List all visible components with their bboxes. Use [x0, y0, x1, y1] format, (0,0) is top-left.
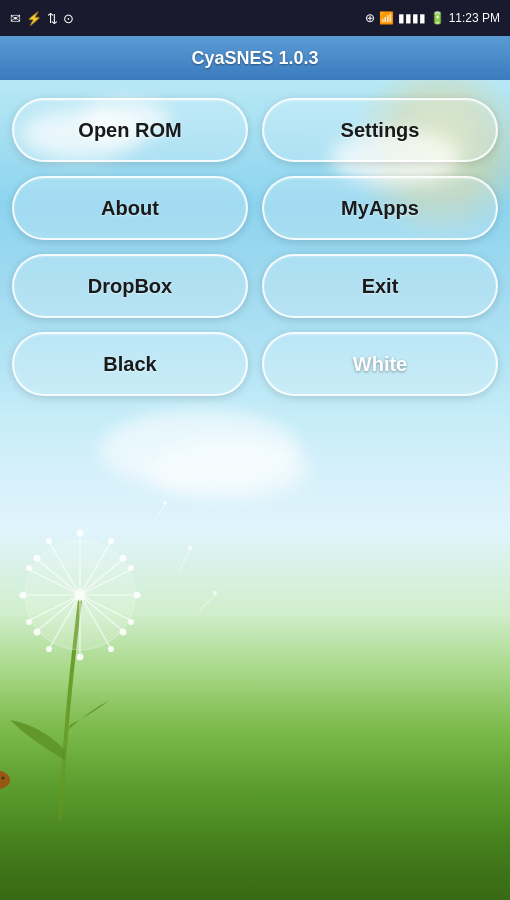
svg-point-8 — [120, 629, 126, 635]
status-icons-right: ⊕ 📶 ▮▮▮▮ 🔋 11:23 PM — [365, 11, 500, 25]
email-icon: ✉ — [10, 11, 21, 26]
svg-point-4 — [120, 555, 126, 561]
svg-point-30 — [27, 566, 32, 571]
signal-icon: ▮▮▮▮ — [398, 11, 426, 25]
svg-point-32 — [47, 539, 52, 544]
svg-point-39 — [163, 501, 167, 505]
white-button[interactable]: White — [262, 332, 498, 396]
gps-icon: ⊕ — [365, 11, 375, 25]
svg-point-18 — [109, 539, 114, 544]
title-bar: CyaSNES 1.0.3 — [0, 36, 510, 80]
svg-point-26 — [47, 647, 52, 652]
svg-point-33 — [74, 589, 86, 601]
svg-point-10 — [77, 654, 83, 660]
settings-button[interactable]: Settings — [262, 98, 498, 162]
dropbox-button[interactable]: DropBox — [12, 254, 248, 318]
svg-point-20 — [129, 566, 134, 571]
exit-button[interactable]: Exit — [262, 254, 498, 318]
svg-point-6 — [134, 592, 140, 598]
grass-overlay — [0, 680, 510, 900]
svg-line-36 — [200, 595, 215, 610]
svg-line-34 — [180, 550, 190, 570]
battery-icon: 🔋 — [430, 11, 445, 25]
svg-point-16 — [34, 555, 40, 561]
svg-line-38 — [155, 505, 165, 520]
svg-point-24 — [109, 647, 114, 652]
svg-point-2 — [77, 530, 83, 536]
app-title: CyaSNES 1.0.3 — [191, 48, 318, 69]
svg-point-22 — [129, 620, 134, 625]
black-button[interactable]: Black — [12, 332, 248, 396]
svg-point-35 — [188, 546, 192, 550]
time-display: 11:23 PM — [449, 11, 500, 25]
svg-point-12 — [34, 629, 40, 635]
status-bar: ✉ ⚡ ⇅ ⊙ ⊕ 📶 ▮▮▮▮ 🔋 11:23 PM — [0, 0, 510, 36]
status-icons-left: ✉ ⚡ ⇅ ⊙ — [10, 11, 74, 26]
svg-point-14 — [20, 592, 26, 598]
transfer-icon: ⇅ — [47, 11, 58, 26]
myapps-button[interactable]: MyApps — [262, 176, 498, 240]
sync-icon: ⚡ — [26, 11, 42, 26]
open-rom-button[interactable]: Open ROM — [12, 98, 248, 162]
svg-point-28 — [27, 620, 32, 625]
svg-point-37 — [213, 591, 217, 595]
download-icon: ⊙ — [63, 11, 74, 26]
about-button[interactable]: About — [12, 176, 248, 240]
wifi-icon: 📶 — [379, 11, 394, 25]
buttons-container: Open ROM Settings About MyApps DropBox E… — [0, 80, 510, 396]
